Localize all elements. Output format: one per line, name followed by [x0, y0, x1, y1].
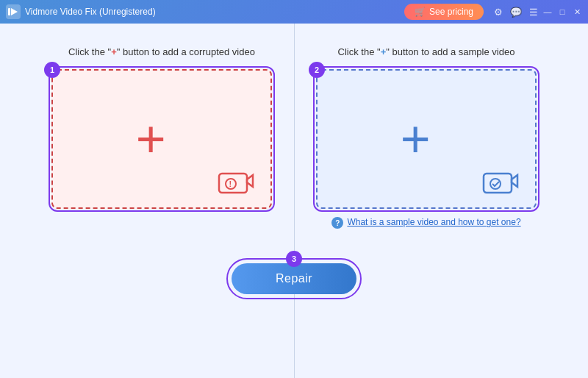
step-badge-3: 3 [286, 251, 302, 267]
help-link-container: ? What is a sample video and how to get … [331, 216, 520, 229]
window-controls: ⚙ 💬 ☰ — □ ✕ [491, 7, 582, 18]
app-title: Vidmore Video Fix (Unregistered) [25, 7, 404, 17]
right-panel-instruction: Click the "+" button to add a sample vid… [338, 46, 515, 59]
chat-icon[interactable]: 💬 [510, 7, 522, 18]
step-badge-1: 1 [44, 62, 60, 78]
repair-button-wrapper: 3 Repair [226, 258, 362, 299]
right-panel: Click the "+" button to add a sample vid… [294, 46, 559, 229]
link-icon[interactable]: ⚙ [494, 7, 503, 18]
minimize-button[interactable]: — [542, 7, 553, 17]
title-bar: Vidmore Video Fix (Unregistered) 🛒 See p… [0, 0, 588, 24]
add-corrupted-plus-icon: + [136, 113, 166, 165]
cart-icon: 🛒 [415, 7, 426, 17]
corrupted-video-dropzone[interactable]: 1 + ! [51, 69, 272, 209]
left-panel-instruction: Click the "+" button to add a corrupted … [68, 46, 255, 59]
repair-section: 3 Repair [226, 258, 362, 299]
vertical-divider [294, 24, 295, 378]
right-plus-highlight: + [381, 46, 387, 57]
corrupted-camera-icon: ! [218, 168, 254, 194]
maximize-button[interactable]: □ [557, 7, 567, 17]
menu-icon[interactable]: ☰ [529, 7, 538, 18]
app-logo-icon [6, 4, 21, 19]
repair-button[interactable]: Repair [232, 263, 356, 294]
left-plus-highlight: + [111, 46, 117, 57]
sample-video-help-link[interactable]: What is a sample video and how to get on… [347, 216, 520, 229]
see-pricing-button[interactable]: 🛒 See pricing [404, 4, 484, 20]
main-content: Click the "+" button to add a corrupted … [0, 24, 588, 378]
add-sample-plus-icon: + [401, 113, 431, 165]
sample-camera-icon [482, 168, 519, 194]
svg-rect-2 [8, 8, 10, 15]
svg-point-9 [490, 179, 501, 189]
step-badge-2: 2 [309, 62, 325, 78]
close-button[interactable]: ✕ [572, 7, 582, 17]
left-panel: Click the "+" button to add a corrupted … [29, 46, 294, 209]
svg-text:!: ! [229, 179, 232, 188]
help-question-icon: ? [331, 217, 343, 229]
svg-rect-3 [219, 174, 247, 193]
sample-video-dropzone[interactable]: 2 + [316, 69, 537, 209]
